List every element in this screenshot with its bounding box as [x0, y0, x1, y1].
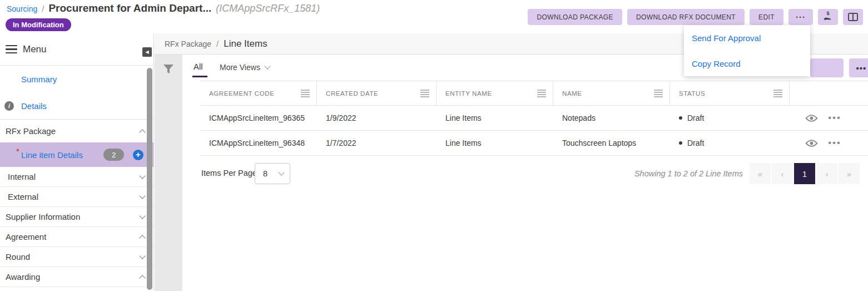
table-row[interactable]: ICMAppSrcLineItem_96365 1/9/2022 Line It… [200, 106, 868, 131]
pagination-bar: Items Per Page 8 Showing 1 to 2 of 2 Lin… [155, 161, 868, 186]
sidebar-title: Menu [23, 44, 47, 55]
sidebar-item-summary[interactable]: Summary [0, 66, 153, 92]
sidebar-item-label: Line item Details [21, 150, 83, 160]
chevron-down-icon [139, 253, 145, 259]
column-header-entity-name: ENTITY NAME [437, 81, 553, 105]
more-views-label: More Views [220, 63, 260, 72]
sidebar-section-supplier-information[interactable]: Supplier Information [0, 207, 153, 227]
app-window: Sourcing / Procurement for Admin Depart.… [0, 0, 868, 291]
cell-name: Notepads [553, 106, 670, 130]
table-row[interactable]: ICMAppSrcLineItem_96348 1/7/2022 Line It… [200, 131, 868, 156]
column-header-actions [790, 81, 868, 105]
column-label: STATUS [679, 90, 705, 97]
cell-entity-name: Line Items [437, 106, 553, 130]
cell-status: Draft [670, 131, 790, 155]
required-marker: * [16, 146, 19, 156]
row-more-actions-icon[interactable]: ••• [828, 137, 841, 149]
request-payment-button[interactable]: $ [818, 9, 838, 25]
cell-actions: ••• [790, 131, 868, 155]
sidebar-section-rfx-package[interactable]: RFx Package [0, 119, 153, 142]
status-text: Draft [687, 139, 704, 147]
column-menu-icon[interactable] [537, 90, 546, 97]
sidebar-item-label: Details [21, 101, 47, 111]
sidebar-section-round[interactable]: Round [0, 247, 153, 267]
chevron-up-icon [139, 235, 145, 241]
sidebar-scrollbar[interactable] [147, 68, 152, 290]
first-page-button[interactable]: « [750, 163, 771, 184]
sidebar-item-details[interactable]: i Details [0, 92, 153, 119]
cell-name: Touchscreen Laptops [553, 131, 670, 155]
column-label: NAME [562, 90, 582, 97]
sidebar-header: Menu ◀ [0, 33, 153, 66]
add-line-item-button[interactable]: + [133, 150, 143, 160]
hidden-toolbar-button[interactable] [810, 58, 844, 77]
sidebar-item-label: Awarding [6, 272, 40, 282]
sidebar-section-internal[interactable]: Internal [0, 167, 153, 187]
items-per-page-select[interactable]: 8 [255, 163, 290, 184]
active-tab-underline [192, 76, 207, 77]
status-badge: In Modification [6, 18, 71, 31]
sidebar-collapse-button[interactable]: ◀ [142, 47, 152, 57]
cell-actions: ••• [790, 106, 868, 130]
cell-agreement-code: ICMAppSrcLineItem_96348 [200, 131, 317, 155]
breadcrumb-separator: / [42, 4, 44, 13]
tab-all[interactable]: All [194, 62, 203, 71]
column-menu-icon[interactable] [420, 90, 429, 97]
view-icon[interactable] [805, 114, 818, 122]
status-text: Draft [687, 114, 704, 122]
sidebar-item-label: Agreement [6, 232, 46, 241]
items-per-page-label: Items Per Page [201, 169, 257, 177]
line-items-table: AGREEMENT CODE CREATED DATE ENTITY NAME … [200, 81, 868, 156]
pagination-summary: Showing 1 to 2 of 2 Line Items [634, 169, 743, 178]
current-page-button[interactable]: 1 [794, 163, 815, 184]
sidebar-section-awarding[interactable]: Awarding [0, 267, 153, 287]
hamburger-icon[interactable] [6, 45, 17, 54]
edit-button[interactable]: EDIT [750, 9, 783, 25]
sidebar-item-label: Summary [21, 75, 57, 84]
columns-toggle-button[interactable] [843, 9, 863, 25]
breadcrumb-sourcing-link[interactable]: Sourcing [7, 4, 37, 13]
download-package-button[interactable]: DOWNLOAD PACKAGE [528, 9, 622, 25]
last-page-button[interactable]: » [839, 163, 860, 184]
breadcrumb-parent[interactable]: RFx Package [165, 40, 211, 48]
info-icon: i [4, 101, 14, 111]
cell-agreement-code: ICMAppSrcLineItem_96365 [200, 106, 317, 130]
filter-icon[interactable] [162, 62, 175, 76]
column-menu-icon[interactable] [773, 90, 782, 97]
chevron-down-icon [278, 169, 284, 175]
download-rfx-document-button[interactable]: DOWNLOAD RFX DOCUMENT [627, 9, 745, 25]
more-actions-button[interactable]: ··· [788, 9, 813, 25]
record-code: (ICMAppSrcRFx_1581) [216, 3, 320, 14]
menu-item-send-for-approval[interactable]: Send For Approval [684, 25, 810, 51]
chevron-up-icon [139, 129, 145, 135]
sidebar-section-external[interactable]: External [0, 187, 153, 207]
row-more-actions-icon[interactable]: ••• [828, 112, 841, 124]
column-header-name: NAME [553, 81, 670, 105]
breadcrumb-current: Line Items [224, 38, 267, 50]
menu-item-copy-record[interactable]: Copy Record [684, 51, 810, 76]
sidebar-section-agreement[interactable]: Agreement [0, 227, 153, 247]
column-label: CREATED DATE [326, 90, 378, 97]
svg-text:$: $ [827, 11, 830, 16]
cell-entity-name: Line Items [437, 131, 553, 155]
cell-created-date: 1/9/2022 [317, 106, 437, 130]
view-icon[interactable] [805, 139, 818, 147]
page-title: Procurement for Admin Depart... [48, 2, 211, 14]
chevron-down-icon [139, 213, 145, 219]
column-menu-icon[interactable] [301, 90, 310, 97]
list-more-actions-button[interactable]: ••• [849, 58, 868, 77]
next-page-button[interactable]: › [816, 163, 837, 184]
chevron-down-icon [139, 172, 145, 179]
breadcrumb-separator: / [216, 39, 219, 48]
sidebar-item-line-item-details[interactable]: * Line item Details 2 + [0, 142, 153, 167]
table-header-row: AGREEMENT CODE CREATED DATE ENTITY NAME … [200, 81, 868, 106]
column-header-agreement-code: AGREEMENT CODE [200, 81, 317, 105]
column-label: AGREEMENT CODE [209, 90, 274, 97]
chevron-up-icon [139, 275, 145, 281]
prev-page-button[interactable]: ‹ [772, 163, 793, 184]
request-payment-icon: $ [822, 11, 834, 23]
more-views-dropdown[interactable]: More Views [220, 63, 270, 72]
line-items-count-badge: 2 [103, 149, 124, 161]
breadcrumb: Sourcing / Procurement for Admin Depart.… [7, 2, 320, 14]
column-menu-icon[interactable] [654, 90, 663, 97]
